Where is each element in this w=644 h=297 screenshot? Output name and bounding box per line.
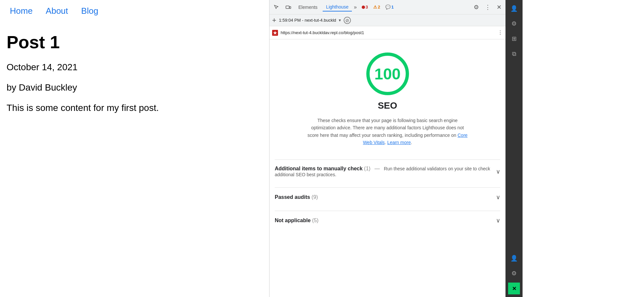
settings-icon[interactable]: ⚙ — [472, 2, 481, 12]
devtools-url-bar: https://next-tut-4.buckldav.repl.co/blog… — [269, 26, 505, 39]
vscode-gear-top-icon[interactable]: ⚙ — [508, 18, 520, 30]
more-options-icon[interactable]: ⋮ — [483, 2, 493, 12]
nav: Home About Blog — [3, 0, 269, 22]
post-author: by David Buckley — [3, 76, 269, 96]
score-circle: 100 — [366, 53, 409, 95]
not-applicable-header[interactable]: Not applicable (5) ∨ — [275, 211, 500, 227]
passed-audits-chevron-icon: ∨ — [496, 194, 500, 201]
devtools-toolbar: Elements Lighthouse » 3 ⚠ 2 💬 1 ⚙ ⋮ ✕ — [269, 0, 505, 14]
score-description: These checks ensure that your page is fo… — [306, 117, 470, 146]
audit-section-na: Not applicable (5) ∨ — [275, 211, 500, 227]
nav-about[interactable]: About — [46, 6, 68, 16]
vscode-layout-icon[interactable]: ⊞ — [508, 33, 520, 45]
nav-blog[interactable]: Blog — [81, 6, 98, 16]
post-date: October 14, 2021 — [3, 55, 269, 76]
vscode-gear-bottom-icon[interactable]: ⚙ — [508, 267, 520, 279]
info-badge: 💬 1 — [384, 4, 395, 10]
inspect-icon[interactable] — [271, 2, 281, 12]
session-name: 1:59:04 PM - next-tut-4.buckld — [279, 18, 336, 23]
manual-check-header[interactable]: Additional items to manually check (1) —… — [275, 160, 500, 181]
vscode-sidebar: 👤 ⚙ ⊞ ⧉ 👤 ⚙ ✕ — [505, 0, 523, 297]
tab-lighthouse[interactable]: Lighthouse — [323, 3, 352, 11]
period-2: . — [411, 140, 412, 145]
badge-area: 3 ⚠ 2 💬 1 — [360, 4, 396, 10]
url-menu-icon[interactable]: ⋮ — [498, 30, 503, 36]
vscode-close-icon[interactable]: ✕ — [508, 283, 520, 294]
not-applicable-title: Not applicable (5) — [275, 218, 318, 223]
session-chevron-icon[interactable]: ▾ — [339, 18, 341, 23]
manual-check-title: Additional items to manually check (1) — [275, 166, 372, 171]
manual-check-chevron-icon: ∨ — [496, 168, 500, 175]
favicon-icon — [272, 30, 278, 36]
score-section: 100 SEO These checks ensure that your pa… — [269, 39, 505, 153]
audit-section-manual: Additional items to manually check (1) —… — [275, 159, 500, 181]
svg-rect-1 — [290, 7, 291, 9]
vscode-plugin-icon[interactable]: ⧉ — [508, 48, 520, 60]
lighthouse-main: 100 SEO These checks ensure that your pa… — [269, 39, 505, 297]
vscode-person-top-icon[interactable]: 👤 — [508, 3, 520, 14]
device-toggle-icon[interactable] — [283, 2, 293, 12]
post-content: This is some content for my first post. — [3, 96, 269, 117]
audit-section-passed: Passed audits (9) ∨ — [275, 187, 500, 204]
vscode-person-bottom-icon[interactable]: 👤 — [508, 252, 520, 264]
nav-home[interactable]: Home — [10, 6, 32, 16]
webpage-panel: Home About Blog Post 1 October 14, 2021 … — [0, 0, 269, 297]
learn-more-link[interactable]: Learn more — [387, 140, 411, 145]
error-badge: 3 — [360, 4, 370, 10]
add-session-button[interactable]: + — [272, 16, 276, 25]
more-tabs-icon[interactable]: » — [354, 4, 357, 10]
no-throttle-button[interactable]: ⊘ — [344, 17, 351, 24]
tab-elements[interactable]: Elements — [295, 3, 321, 11]
svg-rect-0 — [286, 6, 289, 9]
passed-audits-header[interactable]: Passed audits (9) ∨ — [275, 188, 500, 204]
not-applicable-chevron-icon: ∨ — [496, 217, 500, 224]
devtools-session-bar: + 1:59:04 PM - next-tut-4.buckld ▾ ⊘ — [269, 14, 505, 26]
passed-audits-title: Passed audits (9) — [275, 194, 318, 200]
period-1: . — [385, 140, 387, 145]
error-dot — [362, 6, 365, 9]
post-title: Post 1 — [3, 22, 269, 55]
url-text: https://next-tut-4.buckldav.repl.co/blog… — [281, 30, 495, 35]
warning-badge: ⚠ 2 — [372, 4, 382, 10]
score-label: SEO — [378, 100, 397, 111]
devtools-panel: Elements Lighthouse » 3 ⚠ 2 💬 1 ⚙ ⋮ ✕ + … — [269, 0, 505, 297]
manual-check-dash: — — [375, 166, 380, 171]
close-devtools-button[interactable]: ✕ — [495, 2, 504, 12]
score-number: 100 — [374, 65, 400, 83]
